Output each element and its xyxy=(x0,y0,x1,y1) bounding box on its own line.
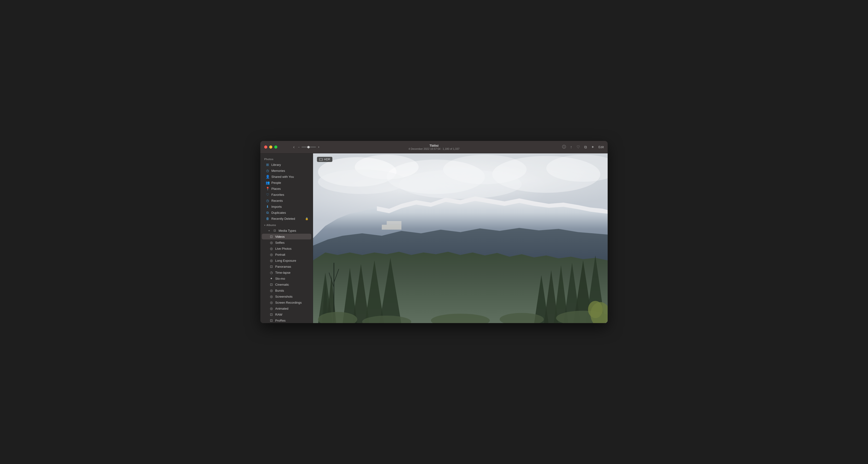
minimize-button[interactable] xyxy=(269,145,272,149)
memories-icon: ◷ xyxy=(266,169,270,173)
media-types-icon: ⊡ xyxy=(273,229,277,232)
sidebar-item-label: ProRes xyxy=(275,319,285,322)
slo-mo-icon: ✦ xyxy=(270,277,273,281)
info-icon[interactable]: ⓘ xyxy=(562,145,566,150)
sidebar-item-label: Panoramas xyxy=(275,265,291,268)
sidebar-item-portrait[interactable]: ◎ Portrait xyxy=(262,252,311,257)
sidebar-item-label: Duplicates xyxy=(271,211,286,214)
sidebar: Photos ⊞ Library ◷ Memories 👤 Shared wit… xyxy=(260,153,313,323)
sidebar-item-label: Memories xyxy=(271,169,285,173)
traffic-lights xyxy=(264,145,277,149)
hdr-badge: HDR xyxy=(317,157,333,162)
sidebar-item-media-types[interactable]: ▾ ⊡ Media Types xyxy=(262,228,311,233)
sidebar-item-label: Slo-mo xyxy=(275,277,285,281)
back-button[interactable]: ‹ xyxy=(292,144,296,150)
sidebar-item-selfies[interactable]: ◎ Selfies xyxy=(262,240,311,245)
cinematic-icon: ⊡ xyxy=(270,283,273,286)
maximize-button[interactable] xyxy=(274,145,277,149)
prores-icon: ⊡ xyxy=(270,319,273,322)
close-button[interactable] xyxy=(264,145,267,149)
sidebar-item-time-lapse[interactable]: ◷ Time-lapse xyxy=(262,270,311,276)
titlebar-nav: ‹ − + xyxy=(292,144,319,150)
library-icon: ⊞ xyxy=(266,163,270,167)
photo-landscape xyxy=(313,153,608,323)
sidebar-item-favorites[interactable]: ♡ Favorites xyxy=(262,192,311,198)
svg-point-11 xyxy=(399,169,522,199)
shared-icon: 👤 xyxy=(266,175,270,179)
zoom-slider-thumb xyxy=(307,146,310,148)
sidebar-item-label: People xyxy=(271,181,281,184)
sidebar-item-long-exposure[interactable]: ◎ Long Exposure xyxy=(262,258,311,263)
sidebar-item-panoramas[interactable]: ⊡ Panoramas xyxy=(262,264,311,269)
sidebar-item-imports[interactable]: ⬇ Imports xyxy=(262,204,311,209)
titlebar-actions: ⓘ ↑ ♡ ⧉ ✦ Edit xyxy=(562,145,604,150)
sidebar-item-label: Shared with You xyxy=(271,175,294,179)
enhance-icon[interactable]: ✦ xyxy=(591,145,594,149)
imports-icon: ⬇ xyxy=(266,205,270,208)
sidebar-item-label: Live Photos xyxy=(275,247,291,251)
sidebar-item-recents[interactable]: ◷ Recents xyxy=(262,198,311,203)
duplicate-icon[interactable]: ⧉ xyxy=(584,145,587,149)
places-icon: 📍 xyxy=(266,187,270,191)
sidebar-item-label: Places xyxy=(271,187,281,191)
main-content: HDR xyxy=(313,153,608,323)
edit-button[interactable]: Edit xyxy=(598,145,604,149)
sidebar-item-label: Videos xyxy=(275,235,285,238)
sidebar-item-label: Favorites xyxy=(271,193,284,197)
favorite-icon[interactable]: ♡ xyxy=(577,145,580,149)
sidebar-item-cinematic[interactable]: ⊡ Cinematic xyxy=(262,282,311,287)
albums-section-label: Albums xyxy=(266,224,276,227)
videos-icon: ⊡ xyxy=(270,235,273,238)
photo-view[interactable]: HDR xyxy=(313,153,608,323)
share-icon[interactable]: ↑ xyxy=(570,145,572,149)
live-photos-icon: ◎ xyxy=(270,246,273,251)
hdr-badge-label: HDR xyxy=(324,158,330,161)
sidebar-item-duplicates[interactable]: ⧉ Duplicates xyxy=(262,210,311,215)
sidebar-item-label: Cinematic xyxy=(275,283,289,286)
panoramas-icon: ⊡ xyxy=(270,265,273,268)
sidebar-item-shared-with-you[interactable]: 👤 Shared with You xyxy=(262,174,311,179)
hdr-display-icon xyxy=(319,158,323,161)
zoom-control: − + xyxy=(298,145,319,149)
sidebar-item-screenshots[interactable]: ◎ Screenshots xyxy=(262,294,311,299)
sidebar-item-recently-deleted[interactable]: 🗑 Recently Deleted 🔒 xyxy=(262,216,311,222)
people-icon: 👥 xyxy=(266,181,270,184)
sidebar-item-memories[interactable]: ◷ Memories xyxy=(262,168,311,174)
svg-point-41 xyxy=(588,301,603,318)
media-types-chevron: ▾ xyxy=(267,229,271,232)
sidebar-item-screen-recordings[interactable]: ◎ Screen Recordings xyxy=(262,299,311,305)
lock-icon: 🔒 xyxy=(305,217,309,220)
sidebar-item-label: Portrait xyxy=(275,253,285,256)
sidebar-item-label: RAW xyxy=(275,313,282,316)
titlebar-center: Tbilisi 4 December 2022 16:57:54 · 1,180… xyxy=(409,144,460,150)
sidebar-item-prores[interactable]: ⊡ ProRes xyxy=(262,318,311,323)
sidebar-item-label: Long Exposure xyxy=(275,259,296,262)
screenshots-icon: ◎ xyxy=(270,295,273,298)
sidebar-item-places[interactable]: 📍 Places xyxy=(262,186,311,192)
sidebar-item-label: Library xyxy=(271,163,281,167)
sidebar-item-label: Time-lapse xyxy=(275,271,290,274)
sidebar-item-people[interactable]: 👥 People xyxy=(262,180,311,185)
sidebar-item-label: Bursts xyxy=(275,289,284,292)
recents-icon: ◷ xyxy=(266,199,270,203)
zoom-slider[interactable] xyxy=(302,147,316,147)
raw-icon: ⊡ xyxy=(270,313,273,316)
app-window: ‹ − + Tbilisi 4 December 2022 16:57:54 ·… xyxy=(260,141,608,323)
sidebar-item-live-photos[interactable]: ◎ Live Photos xyxy=(262,246,311,252)
zoom-minus-icon: − xyxy=(298,145,300,149)
titlebar: ‹ − + Tbilisi 4 December 2022 16:57:54 ·… xyxy=(260,141,608,153)
photo-title: Tbilisi xyxy=(409,144,460,147)
sidebar-item-animated[interactable]: ◎ Animated xyxy=(262,306,311,311)
sidebar-item-label: Recently Deleted xyxy=(271,217,295,221)
sidebar-item-label: Recents xyxy=(271,199,283,203)
favorites-icon: ♡ xyxy=(266,193,270,197)
sidebar-item-slo-mo[interactable]: ✦ Slo-mo xyxy=(262,276,311,281)
albums-section-header[interactable]: ▾ Albums xyxy=(260,222,313,227)
sidebar-item-label: Animated xyxy=(275,307,288,310)
sidebar-item-library[interactable]: ⊞ Library xyxy=(262,162,311,168)
sidebar-item-videos[interactable]: ⊡ Videos xyxy=(262,234,311,239)
svg-point-10 xyxy=(318,169,406,194)
sidebar-item-bursts[interactable]: ◎ Bursts xyxy=(262,288,311,293)
sidebar-item-raw[interactable]: ⊡ RAW xyxy=(262,312,311,317)
long-exposure-icon: ◎ xyxy=(270,259,273,262)
